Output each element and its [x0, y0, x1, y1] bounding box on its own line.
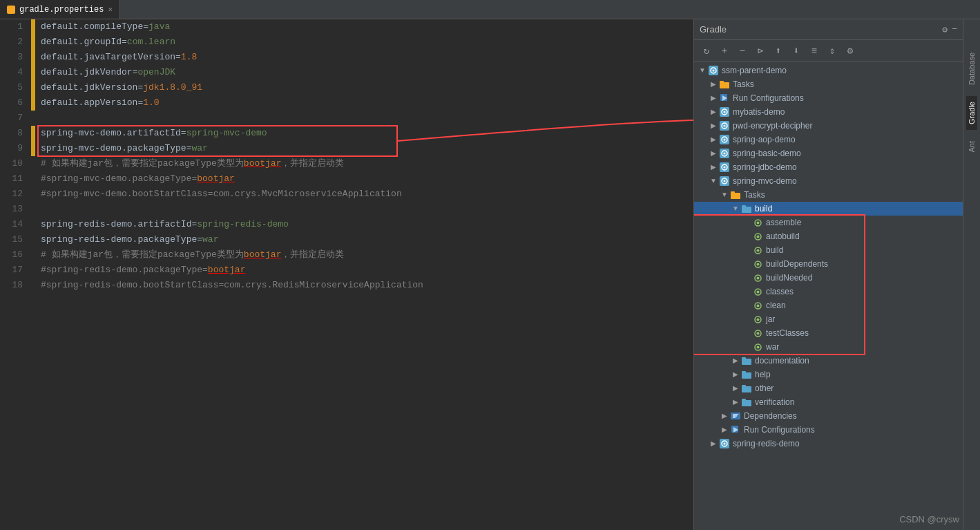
tree-item-testClasses[interactable]: testClasses — [694, 326, 963, 340]
tree-item-jar[interactable]: jar — [694, 312, 963, 326]
tree-item-buildNeeded[interactable]: buildNeeded — [694, 271, 963, 285]
tree-item-label: Dependencies — [744, 409, 797, 423]
gradle-minimize-icon[interactable]: − — [952, 24, 957, 35]
tree-item-spring-redis-demo[interactable]: spring-redis-demo — [694, 437, 963, 451]
line-content[interactable]: default.jdkVersion=jdk1.8.0_91 — [35, 80, 693, 95]
tree-item-other[interactable]: other — [694, 381, 963, 395]
tree-arrow[interactable] — [708, 160, 719, 174]
tree-item-documentation[interactable]: documentation — [694, 354, 963, 368]
tree-arrow[interactable] — [730, 354, 741, 368]
line-content[interactable]: #spring-mvc-demo.packageType=bootjar — [35, 171, 693, 187]
tree-item-ssm-parent-demo[interactable]: ssm-parent-demo — [694, 64, 963, 77]
run-config-icon — [730, 424, 741, 435]
side-tab-database[interactable]: Database — [966, 47, 977, 91]
tree-arrow[interactable] — [730, 202, 741, 216]
tree-arrow[interactable] — [730, 395, 741, 409]
tree-arrow[interactable] — [708, 105, 719, 119]
line-content[interactable]: default.javaTargetVersion=1.8 — [35, 50, 693, 65]
line-content[interactable]: spring-redis-demo.artifactId=spring-redi… — [35, 217, 693, 232]
side-tab-ant[interactable]: Ant — [966, 135, 977, 158]
tree-item-run-configs[interactable]: Run Configurations — [694, 91, 963, 105]
line-number: 18 — [0, 278, 31, 293]
tree-item-classes[interactable]: classes — [694, 285, 963, 299]
tree-item-tasks[interactable]: Tasks — [694, 77, 963, 91]
line-content[interactable]: # 如果构建jar包，需要指定packageType类型为bootjar，并指定… — [35, 247, 693, 263]
tree-item-clean[interactable]: clean — [694, 299, 963, 312]
tree-item-help[interactable]: help — [694, 368, 963, 381]
tree-arrow[interactable] — [719, 423, 730, 437]
collapse-button[interactable]: ⬇ — [789, 44, 803, 58]
line-content[interactable]: #spring-mvc-demo.bootStartClass=com.crys… — [35, 187, 693, 202]
svg-point-32 — [756, 221, 759, 224]
tree-item-autobuild[interactable]: autobuild — [694, 229, 963, 243]
line-content[interactable]: #spring-redis-demo.packageType=bootjar — [35, 263, 693, 278]
line-content[interactable]: spring-mvc-demo.artifactId=spring-mvc-de… — [35, 126, 693, 141]
tree-arrow[interactable] — [708, 77, 719, 91]
group-button[interactable]: ≡ — [807, 44, 821, 58]
tree-arrow[interactable] — [708, 174, 719, 188]
active-tab[interactable]: gradle.properties ✕ — [0, 0, 120, 19]
tree-item-build[interactable]: build — [694, 243, 963, 257]
line-content[interactable]: default.jdkVendor=openJDK — [35, 65, 693, 80]
project-icon — [719, 120, 730, 131]
line-content[interactable] — [35, 111, 693, 126]
code-line: 6default.appVersion=1.0 — [0, 95, 693, 111]
run-button[interactable]: ⊳ — [753, 44, 767, 58]
line-number: 13 — [0, 202, 31, 217]
gradle-settings-icon[interactable]: ⚙ — [942, 24, 948, 35]
svg-point-4 — [713, 70, 715, 72]
tree-arrow[interactable] — [730, 368, 741, 381]
refresh-button[interactable]: ↻ — [700, 44, 713, 58]
tree-arrow[interactable] — [708, 91, 719, 105]
editor-panel[interactable]: 1default.compileType=java2default.groupI… — [0, 19, 693, 530]
line-content[interactable]: default.compileType=java — [35, 19, 693, 35]
tree-arrow[interactable] — [708, 119, 719, 133]
tree-item-build-folder[interactable]: build — [694, 202, 963, 216]
remove-button[interactable]: − — [736, 44, 749, 58]
project-icon — [719, 106, 730, 117]
tree-arrow[interactable] — [719, 188, 730, 202]
tree-item-spring-mvc-demo[interactable]: spring-mvc-demo — [694, 174, 963, 188]
line-content[interactable] — [35, 202, 693, 217]
tree-item-label: verification — [755, 395, 794, 409]
tree-arrow[interactable] — [708, 133, 719, 146]
tree-arrow[interactable] — [708, 146, 719, 160]
line-content[interactable]: # 如果构建jar包，需要指定packageType类型为bootjar，并指定… — [35, 156, 693, 171]
tree-item-mybatis-demo[interactable]: mybatis-demo — [694, 105, 963, 119]
tree-item-spring-jdbc-demo[interactable]: spring-jdbc-demo — [694, 160, 963, 174]
svg-point-23 — [724, 167, 726, 169]
tab-close-button[interactable]: ✕ — [108, 5, 113, 14]
tree-item-spring-aop-demo[interactable]: spring-aop-demo — [694, 133, 963, 146]
tree-item-run-configs2[interactable]: Run Configurations — [694, 423, 963, 437]
tree-arrow[interactable] — [697, 64, 708, 77]
gear-task-icon — [752, 258, 763, 269]
run-config-icon — [719, 93, 730, 104]
tree-item-label: Tasks — [733, 77, 754, 91]
gradle-tree-container[interactable]: ssm-parent-demoTasksRun Configurationsmy… — [694, 62, 963, 530]
tree-item-assemble[interactable]: assemble — [694, 216, 963, 229]
tree-item-dependencies[interactable]: Dependencies — [694, 409, 963, 423]
line-content[interactable]: spring-redis-demo.packageType=war — [35, 232, 693, 247]
tree-item-verification[interactable]: verification — [694, 395, 963, 409]
settings-button[interactable]: ⚙ — [843, 44, 857, 58]
project-icon — [708, 65, 719, 76]
tree-arrow[interactable] — [730, 381, 741, 395]
sort-button[interactable]: ⇕ — [825, 44, 839, 58]
tree-item-spring-basic-demo[interactable]: spring-basic-demo — [694, 146, 963, 160]
add-button[interactable]: + — [718, 44, 731, 58]
tree-item-war[interactable]: war — [694, 340, 963, 354]
expand-button[interactable]: ⬆ — [771, 44, 785, 58]
line-content[interactable]: #spring-redis-demo.bootStartClass=com.cr… — [35, 278, 693, 293]
svg-point-26 — [724, 180, 726, 182]
tree-arrow[interactable] — [719, 409, 730, 423]
tree-item-tasks2[interactable]: Tasks — [694, 188, 963, 202]
tree-item-label: Tasks — [744, 188, 765, 202]
line-content[interactable]: default.appVersion=1.0 — [35, 95, 693, 111]
line-content[interactable]: spring-mvc-demo.packageType=war — [35, 141, 693, 156]
tree-item-pwd-encrypt[interactable]: pwd-encrypt-decipher — [694, 119, 963, 133]
tree-item-buildDependents[interactable]: buildDependents — [694, 257, 963, 271]
side-tab-gradle[interactable]: Gradle — [966, 96, 977, 130]
tree-arrow[interactable] — [708, 437, 719, 451]
line-number: 2 — [0, 35, 31, 50]
line-content[interactable]: default.groupId=com.learn — [35, 35, 693, 50]
